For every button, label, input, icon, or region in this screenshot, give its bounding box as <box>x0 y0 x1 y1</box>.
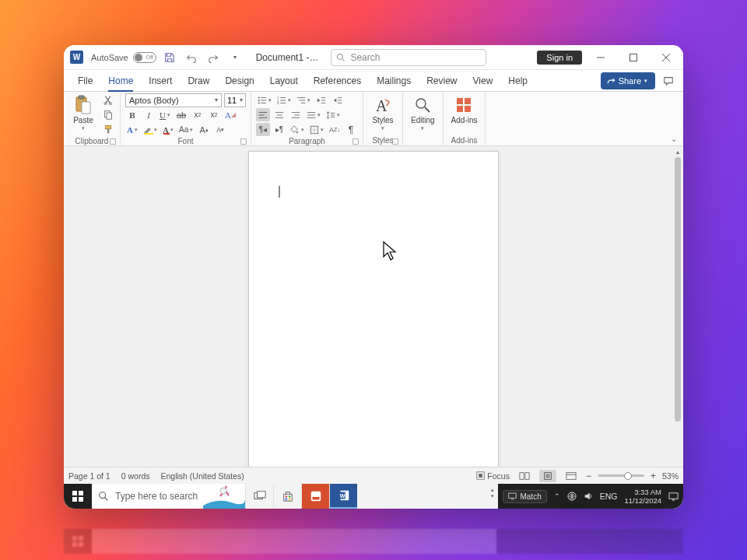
paste-button[interactable]: Paste ▾ <box>68 93 98 133</box>
cut-icon <box>103 95 114 105</box>
svg-text:3: 3 <box>277 101 279 105</box>
taskbar-overflow-icon[interactable]: ▴▾ <box>489 487 496 499</box>
clock[interactable]: 3:33 AM 11/12/2024 <box>624 488 661 505</box>
tab-layout[interactable]: Layout <box>262 70 306 91</box>
tab-review[interactable]: Review <box>419 70 465 91</box>
tab-file[interactable]: File <box>70 70 100 91</box>
print-layout-button[interactable] <box>539 470 556 482</box>
decrease-indent-button[interactable] <box>314 93 328 107</box>
focus-mode-button[interactable]: Focus <box>476 471 510 481</box>
document-page[interactable] <box>248 151 499 467</box>
zoom-in-button[interactable]: + <box>651 471 656 481</box>
highlight-button[interactable] <box>142 123 159 136</box>
start-button[interactable] <box>64 484 92 509</box>
word-count[interactable]: 0 words <box>121 471 150 481</box>
shading-button[interactable] <box>289 123 306 136</box>
qat-customize-icon[interactable]: ▾ <box>226 49 244 66</box>
editing-button[interactable]: Editing ▾ <box>408 93 438 133</box>
page-count[interactable]: Page 1 of 1 <box>68 471 110 481</box>
save-button[interactable] <box>161 49 178 66</box>
tab-view[interactable]: View <box>465 70 501 91</box>
redo-button[interactable] <box>205 49 222 66</box>
strikethrough-button[interactable]: ab <box>174 108 188 121</box>
align-right-button[interactable] <box>289 108 303 121</box>
grow-font-button[interactable]: A▴ <box>197 123 211 136</box>
tray-chevron-icon[interactable]: ⌃ <box>554 492 560 500</box>
change-case-button[interactable]: Aa <box>177 123 195 136</box>
shrink-font-button[interactable]: A▾ <box>213 123 227 136</box>
zoom-out-button[interactable]: − <box>586 471 591 481</box>
format-painter-button[interactable] <box>101 123 115 136</box>
share-button[interactable]: Share ▾ <box>601 72 655 89</box>
undo-button[interactable] <box>183 49 200 66</box>
language-indicator[interactable]: ENG <box>600 492 618 501</box>
vertical-scrollbar[interactable]: ▴ <box>672 146 683 467</box>
rtl-button[interactable]: ▸¶ <box>272 123 286 136</box>
tab-design[interactable]: Design <box>217 70 261 91</box>
zoom-slider[interactable] <box>598 474 644 477</box>
volume-icon[interactable] <box>584 492 593 501</box>
subscript-button[interactable]: x2 <box>191 108 205 121</box>
font-family-input[interactable]: Aptos (Body) ▾ <box>125 93 222 107</box>
borders-button[interactable] <box>308 123 325 136</box>
tab-mailings[interactable]: Mailings <box>369 70 419 91</box>
bold-button[interactable]: B <box>125 108 139 121</box>
task-view-button[interactable] <box>245 484 273 509</box>
paragraph-launcher-icon[interactable] <box>352 138 359 145</box>
styles-launcher-icon[interactable] <box>392 138 398 145</box>
bullets-button[interactable] <box>256 93 273 107</box>
tab-home[interactable]: Home <box>100 70 141 91</box>
styles-button[interactable]: A Styles ▾ <box>368 93 398 133</box>
share-icon <box>607 77 615 86</box>
close-button[interactable] <box>652 46 680 69</box>
maximize-button[interactable] <box>619 46 647 69</box>
increase-indent-button[interactable] <box>331 93 345 107</box>
align-center-button[interactable] <box>272 108 286 121</box>
store-button[interactable] <box>273 484 301 509</box>
tab-insert[interactable]: Insert <box>141 70 180 91</box>
multilevel-list-button[interactable] <box>295 93 312 107</box>
network-icon[interactable] <box>567 492 577 501</box>
tab-help[interactable]: Help <box>500 70 535 91</box>
line-spacing-button[interactable] <box>324 108 342 121</box>
scroll-up-icon[interactable]: ▴ <box>672 146 683 157</box>
taskbar-app-orange[interactable] <box>301 484 329 509</box>
match-button[interactable]: Match <box>503 490 546 503</box>
zoom-level[interactable]: 53% <box>662 471 679 481</box>
ltr-button[interactable]: ¶◂ <box>256 123 270 136</box>
collapse-ribbon-button[interactable]: ⌄ <box>668 133 680 144</box>
web-layout-button[interactable] <box>563 470 580 482</box>
numbering-button[interactable]: 123 <box>275 93 293 107</box>
superscript-button[interactable]: x2 <box>207 108 221 121</box>
cut-button[interactable] <box>101 93 115 107</box>
signin-button[interactable]: Sign in <box>537 51 582 65</box>
text-effects-button[interactable]: A <box>125 123 139 136</box>
show-marks-button[interactable]: ¶ <box>344 123 358 136</box>
font-size-input[interactable]: 11 ▾ <box>224 93 246 107</box>
comments-button[interactable] <box>660 70 677 91</box>
copy-button[interactable] <box>101 108 115 121</box>
clipboard-launcher-icon[interactable] <box>110 138 116 145</box>
font-color-button[interactable]: A <box>161 123 175 136</box>
svg-rect-92 <box>79 536 83 541</box>
language-status[interactable]: English (United States) <box>160 471 244 481</box>
addins-button[interactable]: Add-ins <box>448 93 481 126</box>
tab-draw[interactable]: Draw <box>180 70 217 91</box>
align-left-button[interactable] <box>256 108 270 121</box>
scrollbar-thumb[interactable] <box>675 157 681 422</box>
clear-formatting-button[interactable]: A◢ <box>223 108 237 121</box>
underline-button[interactable]: U <box>158 108 172 121</box>
taskbar-search-input[interactable]: Type here to search <box>92 484 245 509</box>
document-area[interactable]: ▴ <box>64 146 683 467</box>
italic-button[interactable]: I <box>142 108 156 121</box>
justify-button[interactable] <box>305 108 322 121</box>
sort-button[interactable]: AZ↓ <box>328 123 342 136</box>
search-input[interactable]: Search <box>331 49 486 66</box>
read-mode-button[interactable] <box>516 470 533 482</box>
font-launcher-icon[interactable] <box>240 138 247 145</box>
tab-references[interactable]: References <box>306 70 369 91</box>
minimize-button[interactable] <box>587 46 615 69</box>
autosave-toggle[interactable]: Off <box>133 52 156 63</box>
notifications-icon[interactable] <box>668 492 679 502</box>
taskbar-word-button[interactable]: W <box>329 484 357 509</box>
